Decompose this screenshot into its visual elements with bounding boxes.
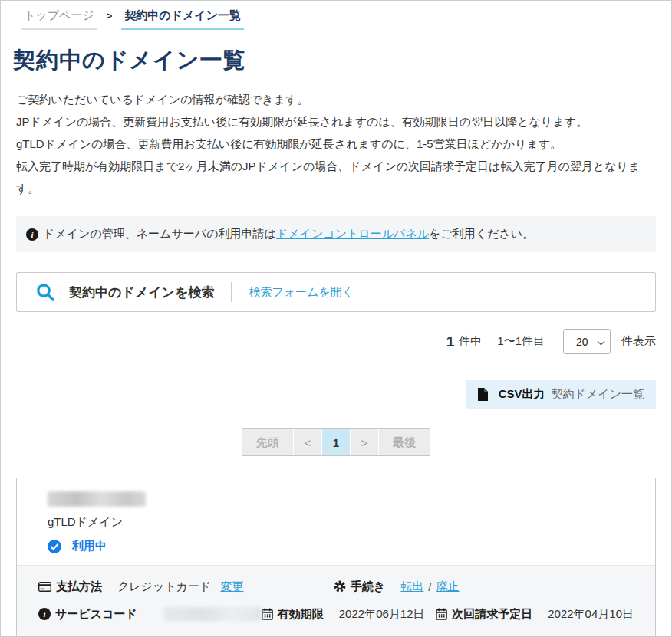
breadcrumb-home-link[interactable]: トップページ [21,8,97,30]
service-code-group: サービスコード [38,607,262,622]
pagination-page-1-button[interactable]: 1 [322,429,350,455]
breadcrumb-separator: > [107,8,113,21]
procedure-label: 手続き [351,580,385,594]
status-badge: 利用中 [72,539,107,553]
csv-export-label: CSV出力 [499,387,545,402]
result-range: 1〜1件目 [497,334,545,349]
payment-method-label: 支払方法 [56,580,102,594]
expiry-value: 2022年06月12日 [339,607,425,622]
result-count-row: 1 件中 1〜1件目 20 件表示 [16,329,656,354]
domain-name-redacted [48,491,146,507]
calendar-icon [262,608,273,620]
pagination-next-button[interactable]: > [351,429,378,455]
result-total-count: 1 [446,333,455,350]
page-description: ご契約いただいているドメインの情報が確認できます。 JPドメインの場合、更新費用… [16,88,656,199]
description-line: gTLDドメインの場合、更新費用お支払い後に有効期限が延長されますのに、1-5営… [16,133,656,155]
pagination-prev-button[interactable]: < [294,429,321,455]
domain-control-panel-link[interactable]: ドメインコントロールパネル [276,227,429,240]
notice-pre: ドメインの管理、ネームサーバの利用申請は [43,227,276,240]
procedure-slash: / [428,580,431,593]
pagination-last-button[interactable]: 最後 [379,429,430,455]
file-icon [478,388,488,401]
per-page-select[interactable]: 20 [563,329,611,354]
service-code-row: サービスコード 有効期限 2022年06月12日 次回請求予定日 2022年04… [38,603,634,626]
open-search-form-link[interactable]: 検索フォームを開く [249,285,354,300]
pagination-first-button[interactable]: 先頭 [242,429,293,455]
info-icon [38,608,51,620]
change-payment-link[interactable]: 変更 [220,580,243,594]
payment-method-value: クレジットカード [117,580,211,594]
domain-search-panel: 契約中のドメインを検索 検索フォームを開く [16,272,656,312]
domain-card: gTLDドメイン 利用中 支払方法 クレジットカード 変更 手続き [16,478,656,637]
pagination-top: 先頭 < 1 > 最後 [242,428,430,456]
notice-banner: ドメインの管理、ネームサーバの利用申請はドメインコントロールパネルをご利用くださ… [16,216,656,252]
search-panel-title: 契約中のドメインを検索 [69,284,214,301]
calendar-icon [436,608,447,620]
csv-export-sublabel: 契約ドメイン一覧 [552,387,644,402]
next-billing-group: 次回請求予定日 2022年04月10日 [436,607,634,622]
check-circle-icon [48,540,61,553]
breadcrumb: トップページ > 契約中のドメイン一覧 [16,8,656,30]
per-page-select-wrap: 20 [563,329,611,354]
description-line: 転入完了時期が有効期限日まで2ヶ月未満のJPドメインの場合、ドメインの次回請求予… [16,155,656,199]
payment-procedure-row: 支払方法 クレジットカード 変更 手続き 転出 / 廃止 [38,575,634,598]
divider [231,282,232,302]
csv-export-button[interactable]: CSV出力 契約ドメイン一覧 [466,380,656,409]
service-code-label: サービスコード [55,607,137,622]
credit-card-icon [38,582,51,592]
next-billing-label: 次回請求予定日 [452,607,532,622]
notice-text: ドメインの管理、ネームサーバの利用申請はドメインコントロールパネルをご利用くださ… [43,227,534,241]
description-line: ご契約いただいているドメインの情報が確認できます。 [16,88,656,110]
info-icon [26,228,38,241]
abolish-link[interactable]: 廃止 [436,580,460,594]
domain-type: gTLDドメイン [48,515,624,530]
page-title: 契約中のドメイン一覧 [13,45,656,76]
breadcrumb-current: 契約中のドメイン一覧 [121,8,244,30]
transfer-out-link[interactable]: 転出 [400,580,423,594]
procedure-group: 手続き 転出 / 廃止 [334,580,460,594]
gear-icon [334,580,346,593]
next-billing-value: 2022年04月10日 [548,607,634,622]
description-line: JPドメインの場合、更新費用お支払い後に有効期限が延長されますのは、有効期限日の… [16,110,656,133]
expiry-label: 有効期限 [278,607,324,622]
notice-post: をご利用ください。 [429,227,534,240]
service-code-redacted [163,607,262,621]
expiry-group: 有効期限 2022年06月12日 [262,607,436,622]
payment-group: 支払方法 クレジットカード 変更 [38,580,334,594]
domain-card-details: 支払方法 クレジットカード 変更 手続き 転出 / 廃止 サービスコード [17,565,655,636]
search-icon [35,282,55,302]
per-page-suffix: 件表示 [621,334,656,349]
domain-status: 利用中 [48,539,624,553]
domain-card-header: gTLDドメイン 利用中 [17,478,655,565]
csv-export-row: CSV出力 契約ドメイン一覧 [16,380,656,409]
result-total-suffix: 件中 [459,334,482,349]
